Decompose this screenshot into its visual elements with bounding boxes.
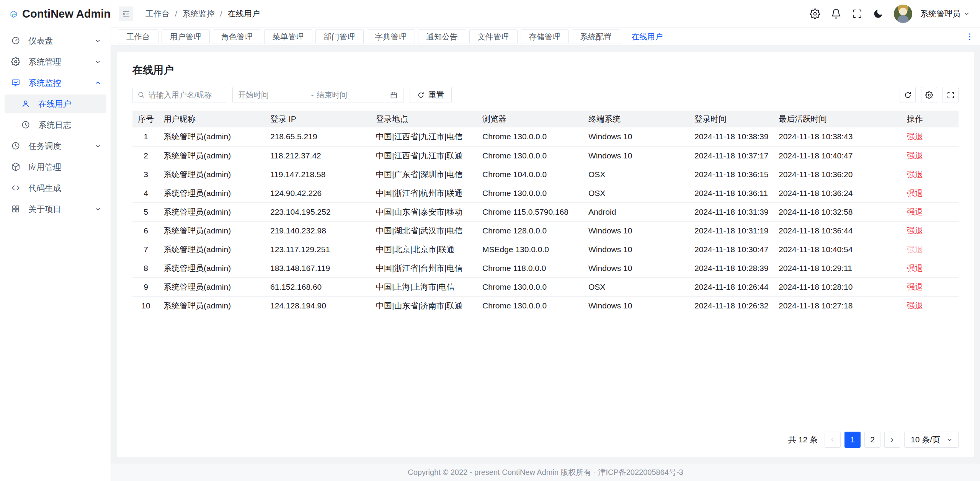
reset-button[interactable]: 重置 bbox=[410, 87, 452, 103]
tab-4[interactable]: 部门管理 bbox=[315, 29, 364, 44]
cell-login_time: 2024-11-18 10:36:15 bbox=[690, 165, 774, 184]
sidebar-item-2[interactable]: 系统监控 bbox=[5, 73, 106, 92]
breadcrumb-item[interactable]: 工作台 bbox=[145, 8, 170, 19]
sidebar-item-6[interactable]: 应用管理 bbox=[5, 158, 106, 176]
sidebar-item-label: 应用管理 bbox=[28, 161, 101, 173]
dark-mode-toggle[interactable] bbox=[873, 8, 884, 19]
cell-last_active_time: 2024-11-18 10:29:11 bbox=[774, 259, 903, 277]
cell-ip: 119.147.218.58 bbox=[266, 165, 372, 184]
tab-more-button[interactable] bbox=[965, 32, 975, 42]
cell-nickname: 系统管理员(admin) bbox=[159, 202, 266, 221]
tab-5[interactable]: 字典管理 bbox=[367, 29, 415, 44]
sidebar-item-4[interactable]: 系统日志 bbox=[5, 116, 106, 134]
pagination-page-1[interactable]: 1 bbox=[844, 432, 861, 448]
sidebar-item-label: 系统日志 bbox=[38, 119, 101, 130]
sidebar-item-3[interactable]: 在线用户 bbox=[5, 95, 106, 113]
tab-6[interactable]: 通知公告 bbox=[418, 29, 466, 44]
cell-os: Windows 10 bbox=[584, 259, 690, 277]
tab-9[interactable]: 系统配置 bbox=[572, 29, 620, 44]
cell-ip: 118.212.37.42 bbox=[266, 146, 372, 165]
cell-nickname: 系统管理员(admin) bbox=[159, 184, 266, 202]
force-logout-link[interactable]: 强退 bbox=[907, 170, 923, 179]
user-icon bbox=[21, 99, 30, 108]
sidebar-item-0[interactable]: 仪表盘 bbox=[5, 31, 106, 50]
cell-location: 中国|山东省|泰安市|移动 bbox=[372, 202, 478, 221]
date-range-picker[interactable]: 开始时间 - 结束时间 bbox=[232, 87, 403, 103]
user-menu[interactable]: 系统管理员 bbox=[920, 8, 970, 19]
tab-3[interactable]: 菜单管理 bbox=[264, 29, 312, 44]
table-refresh-button[interactable] bbox=[900, 87, 916, 103]
app-logo[interactable]: ContiNew Admin bbox=[0, 0, 111, 28]
page-title: 在线用户 bbox=[132, 63, 959, 77]
sidebar-item-8[interactable]: 关于项目 bbox=[5, 200, 106, 218]
cell-browser: Chrome 128.0.0.0 bbox=[478, 221, 584, 240]
search-input[interactable] bbox=[149, 91, 221, 99]
cell-login_time: 2024-11-18 10:38:39 bbox=[690, 127, 774, 146]
cell-nickname: 系统管理员(admin) bbox=[159, 296, 266, 315]
breadcrumb-item[interactable]: 系统监控 bbox=[183, 8, 215, 19]
cell-login_time: 2024-11-18 10:31:39 bbox=[690, 202, 774, 221]
pagination-pages: 12 bbox=[844, 432, 880, 448]
sidebar-item-label: 系统管理 bbox=[28, 56, 94, 67]
page-size-select[interactable]: 10 条/页 bbox=[904, 432, 959, 448]
pagination-next-button[interactable] bbox=[884, 432, 900, 448]
cell-last_active_time: 2024-11-18 10:27:18 bbox=[774, 296, 903, 315]
force-logout-link[interactable]: 强退 bbox=[907, 226, 923, 235]
breadcrumb-separator: / bbox=[175, 9, 177, 18]
fullscreen-button[interactable] bbox=[852, 8, 862, 19]
cell-nickname: 系统管理员(admin) bbox=[159, 240, 266, 259]
dashboard-icon bbox=[11, 36, 20, 45]
date-end-placeholder: 结束时间 bbox=[317, 90, 387, 100]
cell-ip: 223.104.195.252 bbox=[266, 202, 372, 221]
cell-browser: Chrome 130.0.0.0 bbox=[478, 146, 584, 165]
cell-location: 中国|浙江省|杭州市|联通 bbox=[372, 184, 478, 202]
force-logout-link[interactable]: 强退 bbox=[907, 151, 923, 160]
chevron-down-icon bbox=[963, 10, 970, 17]
code-icon bbox=[11, 183, 20, 192]
avatar[interactable] bbox=[894, 5, 912, 23]
chevron-left-icon bbox=[829, 437, 836, 443]
cell-last_active_time: 2024-11-18 10:32:58 bbox=[774, 202, 903, 221]
tab-7[interactable]: 文件管理 bbox=[469, 29, 518, 44]
settings-button[interactable] bbox=[810, 8, 820, 19]
table-toolbar bbox=[900, 87, 959, 103]
menu-collapse-button[interactable] bbox=[119, 7, 133, 21]
footer: Copyright © 2022 - present ContiNew Admi… bbox=[111, 463, 980, 481]
search-input-wrapper bbox=[132, 87, 226, 103]
maximize-icon bbox=[947, 91, 955, 99]
sidebar-item-5[interactable]: 任务调度 bbox=[5, 137, 106, 155]
tab-2[interactable]: 角色管理 bbox=[213, 29, 261, 44]
pagination: 共 12 条 12 10 条/页 bbox=[132, 424, 959, 448]
force-logout-link[interactable]: 强退 bbox=[907, 189, 923, 197]
cell-seq: 6 bbox=[132, 221, 159, 240]
pagination-page-2[interactable]: 2 bbox=[864, 432, 880, 448]
tab-0[interactable]: 工作台 bbox=[118, 29, 158, 44]
cell-location: 中国|上海|上海市|电信 bbox=[372, 277, 478, 296]
sidebar-item-label: 仪表盘 bbox=[28, 35, 94, 46]
sidebar-item-7[interactable]: 代码生成 bbox=[5, 179, 106, 197]
cell-seq: 8 bbox=[132, 259, 159, 277]
cell-seq: 4 bbox=[132, 184, 159, 202]
pagination-prev-button[interactable] bbox=[825, 432, 841, 448]
tab-10[interactable]: 在线用户 bbox=[623, 29, 671, 44]
cell-nickname: 系统管理员(admin) bbox=[159, 259, 266, 277]
logo-hexagon-icon bbox=[10, 6, 17, 22]
tab-8[interactable]: 存储管理 bbox=[521, 29, 569, 44]
force-logout-link[interactable]: 强退 bbox=[907, 282, 923, 291]
force-logout-link[interactable]: 强退 bbox=[907, 264, 923, 272]
cell-ip: 123.117.129.251 bbox=[266, 240, 372, 259]
force-logout-link[interactable]: 强退 bbox=[907, 245, 923, 254]
cell-last_active_time: 2024-11-18 10:36:20 bbox=[774, 165, 903, 184]
sidebar-item-1[interactable]: 系统管理 bbox=[5, 52, 106, 71]
force-logout-link[interactable]: 强退 bbox=[907, 207, 923, 216]
table-fullscreen-button[interactable] bbox=[942, 87, 959, 103]
force-logout-link[interactable]: 强退 bbox=[907, 132, 923, 141]
notifications-button[interactable] bbox=[831, 8, 841, 19]
cell-browser: Chrome 118.0.0.0 bbox=[478, 259, 584, 277]
force-logout-link[interactable]: 强退 bbox=[907, 301, 923, 310]
tab-1[interactable]: 用户管理 bbox=[162, 29, 210, 44]
cell-os: Windows 10 bbox=[584, 127, 690, 146]
table-settings-button[interactable] bbox=[921, 87, 937, 103]
column-header-actions: 操作 bbox=[903, 111, 959, 127]
column-header-seq: 序号 bbox=[132, 111, 159, 127]
